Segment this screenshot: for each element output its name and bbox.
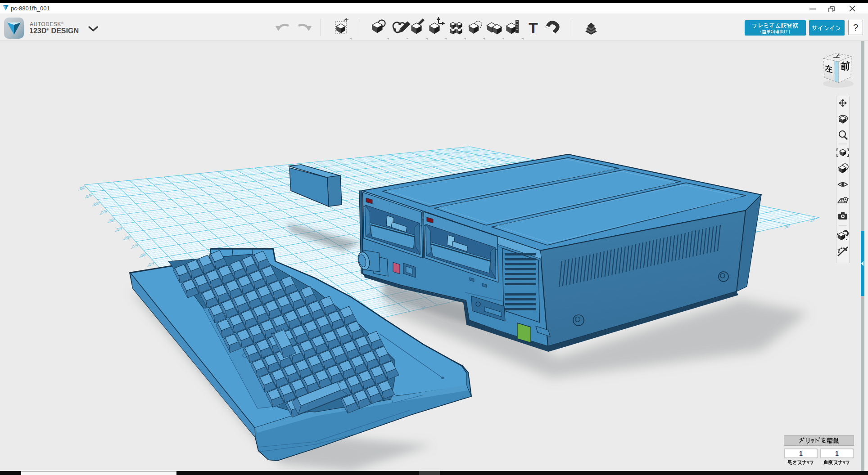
svg-text:175: 175 <box>130 242 140 250</box>
svg-text:250: 250 <box>107 217 116 224</box>
svg-text:350: 350 <box>77 184 87 192</box>
svg-text:300: 300 <box>91 200 101 207</box>
svg-text:275: 275 <box>99 208 108 215</box>
svg-text:200: 200 <box>122 234 132 241</box>
svg-text:150: 150 <box>138 251 148 259</box>
svg-text:225: 225 <box>114 225 124 233</box>
svg-text:125: 125 <box>146 260 156 268</box>
svg-text:325: 325 <box>84 192 94 199</box>
svg-text:T: T <box>529 19 538 36</box>
